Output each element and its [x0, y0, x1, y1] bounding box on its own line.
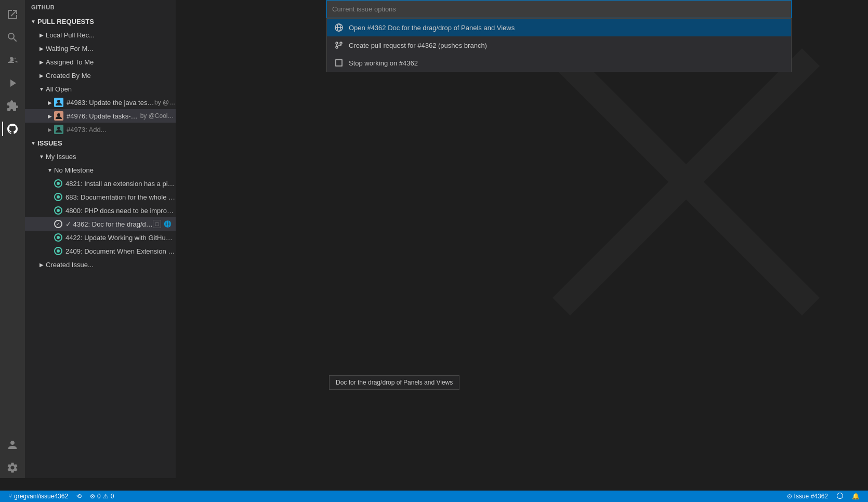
error-icon: ⊗ [90, 493, 95, 500]
issue-4362-icon [54, 220, 62, 228]
explorer-icon[interactable] [2, 4, 23, 25]
svg-point-10 [336, 42, 338, 44]
content-area: Open #4362 Doc for the drag/drop of Pane… [176, 0, 868, 478]
activity-bar [0, 0, 25, 478]
all-open-chevron [37, 85, 46, 93]
no-milestone-chevron [46, 166, 54, 174]
status-bar: ⑂ gregvanl/issue4362 ⟲ ⊗ 0 ⚠ 0 ⊙ Issue #… [0, 491, 868, 502]
sidebar-item-all-open[interactable]: All Open [25, 82, 176, 96]
vscode-watermark [530, 26, 842, 339]
pull-requests-section[interactable]: PULL REQUESTS [25, 15, 176, 28]
created-by-me-label: Created By Me [46, 72, 91, 80]
dropdown-item-stop-label: Stop working on #4362 [349, 59, 418, 67]
local-pr-chevron [37, 31, 46, 39]
created-issues-chevron [37, 260, 46, 269]
pr-4976-label: #4976: Update tasks-appendix.md [67, 112, 140, 120]
my-issues-item[interactable]: My Issues [25, 150, 176, 163]
my-issues-chevron [37, 152, 46, 161]
svg-point-9 [340, 42, 342, 44]
status-issue[interactable]: ⊙ Issue #4362 [783, 491, 832, 502]
issues-section[interactable]: ISSUES [25, 136, 176, 150]
pr-4973-item[interactable]: #4973: Add... [25, 123, 176, 136]
issue-4422-icon [54, 233, 62, 242]
issue-683-label: 683: Documentation for the whole list of… [65, 193, 176, 201]
tooltip: Doc for the drag/drop of Panels and View… [329, 375, 459, 390]
search-icon[interactable] [2, 27, 23, 48]
pr-4973-label: #4973: Add... [67, 126, 107, 134]
sidebar-item-created-by-me[interactable]: Created By Me [25, 69, 176, 82]
extensions-icon[interactable] [2, 96, 23, 116]
issue-683-icon [54, 193, 62, 201]
dropdown-item-create-pr-label: Create pull request for #4362 (pushes br… [349, 42, 487, 49]
issues-chevron [29, 139, 37, 147]
tooltip-text: Doc for the drag/drop of Panels and View… [336, 379, 453, 386]
pr-4973-avatar [54, 125, 63, 134]
local-pr-label: Local Pull Rec... [46, 31, 95, 39]
status-sync[interactable]: ⟲ [72, 491, 86, 502]
status-errors[interactable]: ⊗ 0 ⚠ 0 [86, 491, 118, 502]
pr-icon [334, 41, 344, 50]
status-branch[interactable]: ⑂ gregvanl/issue4362 [4, 491, 72, 502]
svg-rect-12 [336, 60, 342, 66]
sidebar-header: GITHUB [25, 0, 176, 15]
github-icon[interactable] [2, 118, 23, 139]
pr-4983-avatar [54, 98, 63, 107]
issues-label: ISSUES [37, 139, 62, 147]
issue-label: Issue #4362 [794, 493, 828, 500]
settings-icon[interactable] [2, 457, 23, 478]
branch-name: gregvanl/issue4362 [14, 493, 68, 500]
search-box [326, 0, 792, 18]
issue-683-item[interactable]: 683: Documentation for the whole list of… [25, 190, 176, 204]
issue-4800-item[interactable]: 4800: PHP docs need to be improved [25, 204, 176, 217]
assigned-to-me-label: Assigned To Me [46, 58, 94, 66]
created-by-me-chevron [37, 71, 46, 80]
issue-4821-item[interactable]: 4821: Install an extension has a picture… [25, 177, 176, 190]
error-count: 0 [97, 493, 101, 500]
svg-point-1 [57, 113, 60, 116]
svg-point-2 [57, 127, 60, 130]
waiting-label: Waiting For M... [46, 45, 93, 52]
issue-4800-label: 4800: PHP docs need to be improved [65, 207, 176, 215]
all-open-label: All Open [46, 85, 72, 93]
created-issues-label: Created Issue... [46, 261, 94, 269]
issue-4362-open-btn[interactable]: 🌐 [163, 220, 172, 228]
issue-4362-label: ✓ 4362: Doc for the drag/drop of Panels … [65, 220, 153, 228]
issue-4422-item[interactable]: 4422: Update Working with GitHub article… [25, 231, 176, 244]
status-remote[interactable] [832, 491, 848, 502]
search-input[interactable] [332, 5, 786, 13]
account-icon[interactable] [2, 434, 23, 455]
run-icon[interactable] [2, 73, 23, 94]
source-control-icon[interactable] [2, 50, 23, 71]
pr-4973-chevron [46, 125, 54, 134]
pr-4976-chevron [46, 112, 54, 120]
svg-point-8 [336, 46, 338, 48]
dropdown-item-open-label: Open #4362 Doc for the drag/drop of Pane… [349, 24, 515, 32]
issue-4362-stop-btn[interactable]: □ [153, 220, 161, 228]
warning-count: 0 [111, 493, 114, 500]
sync-icon: ⟲ [76, 493, 82, 500]
created-issues-item[interactable]: Created Issue... [25, 258, 176, 271]
pr-4976-item[interactable]: #4976: Update tasks-appendix.md by @Cool… [25, 109, 176, 123]
warning-icon: ⚠ [103, 493, 109, 500]
issue-status-icon: ⊙ [787, 493, 792, 500]
no-milestone-item[interactable]: No Milestone [25, 163, 176, 177]
stop-icon [334, 58, 344, 68]
pr-4983-item[interactable]: #4983: Update the java testing document … [25, 96, 176, 109]
sidebar: GITHUB PULL REQUESTS Local Pull Rec... W… [25, 0, 176, 478]
branch-icon: ⑂ [8, 493, 12, 500]
status-bell[interactable]: 🔔 [848, 491, 864, 502]
sidebar-item-local-pr[interactable]: Local Pull Rec... [25, 28, 176, 42]
dropdown-item-stop[interactable]: Stop working on #4362 [327, 54, 791, 72]
pull-requests-label: PULL REQUESTS [37, 18, 94, 25]
dropdown-menu: Open #4362 Doc for the drag/drop of Pane… [326, 18, 792, 72]
sidebar-item-assigned-to-me[interactable]: Assigned To Me [25, 55, 176, 69]
dropdown-item-create-pr[interactable]: Create pull request for #4362 (pushes br… [327, 36, 791, 54]
pr-4983-chevron [46, 98, 54, 107]
sidebar-item-waiting-for-me[interactable]: Waiting For M... [25, 42, 176, 55]
issue-2409-item[interactable]: 2409: Document When Extension Commands A… [25, 244, 176, 258]
issue-4362-item[interactable]: ✓ 4362: Doc for the drag/drop of Panels … [25, 217, 176, 231]
dropdown-item-open[interactable]: Open #4362 Doc for the drag/drop of Pane… [327, 19, 791, 36]
issue-4422-label: 4422: Update Working with GitHub article… [65, 234, 176, 242]
pr-4983-label: #4983: Update the java testing document [67, 99, 154, 107]
issue-4362-actions: □ 🌐 [153, 220, 176, 228]
